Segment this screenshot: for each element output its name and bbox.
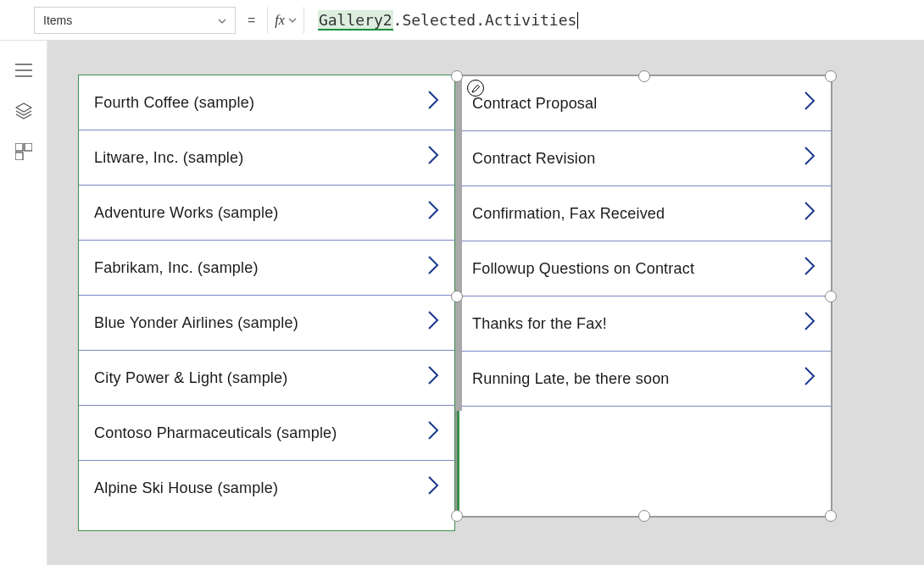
- gallery-activities[interactable]: Contract Proposal Contract Revision Conf…: [455, 75, 832, 518]
- fx-icon: fx: [275, 13, 285, 28]
- formula-bar: Items = fx Gallery2.Selected.Activities: [0, 0, 924, 41]
- list-item-label: Litware, Inc. (sample): [94, 149, 243, 167]
- list-item[interactable]: Contract Revision: [457, 131, 831, 186]
- formula-token: Gallery2: [318, 10, 393, 30]
- chevron-right-icon[interactable]: [804, 256, 815, 282]
- chevron-down-icon: [288, 15, 297, 25]
- list-item-label: Contoso Pharmaceuticals (sample): [94, 424, 337, 442]
- edit-pencil-icon[interactable]: [467, 80, 484, 97]
- svg-rect-1: [25, 143, 32, 151]
- chevron-right-icon[interactable]: [427, 90, 439, 116]
- fx-button[interactable]: fx: [267, 7, 304, 34]
- text-caret: [577, 12, 578, 29]
- chevron-right-icon[interactable]: [804, 311, 815, 337]
- list-item[interactable]: Contract Proposal: [457, 76, 831, 131]
- property-selector-value: Items: [43, 14, 72, 27]
- equals-sign: =: [242, 13, 260, 28]
- chevron-right-icon[interactable]: [804, 366, 815, 392]
- list-item-label: Contract Proposal: [472, 95, 597, 113]
- list-item-label: Fourth Coffee (sample): [94, 94, 254, 112]
- property-selector[interactable]: Items: [34, 7, 236, 34]
- resize-handle[interactable]: [638, 70, 650, 82]
- chevron-right-icon[interactable]: [427, 255, 439, 281]
- list-item-label: Fabrikam, Inc. (sample): [94, 259, 259, 277]
- resize-handle[interactable]: [451, 510, 463, 522]
- list-item-label: Contract Revision: [472, 150, 595, 168]
- resize-handle[interactable]: [638, 510, 650, 522]
- list-item[interactable]: Running Late, be there soon: [457, 352, 831, 407]
- list-item-label: Followup Questions on Contract: [472, 260, 694, 278]
- resize-handle[interactable]: [451, 291, 463, 302]
- chevron-right-icon[interactable]: [427, 475, 439, 501]
- resize-handle[interactable]: [825, 70, 837, 82]
- resize-handle[interactable]: [825, 510, 837, 522]
- canvas[interactable]: Fourth Coffee (sample) Litware, Inc. (sa…: [47, 41, 924, 565]
- list-item[interactable]: Confirmation, Fax Received: [457, 186, 831, 241]
- list-item-label: Running Late, be there soon: [472, 370, 670, 388]
- chevron-right-icon[interactable]: [804, 146, 815, 172]
- svg-rect-0: [15, 143, 23, 151]
- scrollbar-thumb[interactable]: [455, 76, 462, 411]
- list-item-label: Blue Yonder Airlines (sample): [94, 314, 298, 332]
- chevron-right-icon[interactable]: [804, 91, 815, 117]
- list-item-label: Alpine Ski House (sample): [94, 479, 278, 497]
- resize-handle[interactable]: [451, 70, 463, 82]
- list-item[interactable]: Followup Questions on Contract: [457, 241, 831, 296]
- list-item[interactable]: Blue Yonder Airlines (sample): [79, 296, 454, 351]
- chevron-right-icon[interactable]: [804, 201, 815, 227]
- hamburger-icon[interactable]: [14, 61, 33, 80]
- workspace: Fourth Coffee (sample) Litware, Inc. (sa…: [0, 41, 924, 565]
- list-item[interactable]: Adventure Works (sample): [79, 186, 454, 241]
- resize-handle[interactable]: [825, 291, 837, 302]
- chevron-down-icon: [218, 14, 226, 26]
- chevron-right-icon[interactable]: [427, 365, 439, 391]
- list-item[interactable]: Contoso Pharmaceuticals (sample): [79, 406, 454, 461]
- chevron-right-icon[interactable]: [427, 310, 439, 336]
- list-item-label: City Power & Light (sample): [94, 369, 287, 387]
- chevron-right-icon[interactable]: [427, 145, 439, 171]
- list-item[interactable]: Litware, Inc. (sample): [79, 130, 454, 186]
- chevron-right-icon[interactable]: [427, 420, 439, 446]
- list-item[interactable]: Fourth Coffee (sample): [79, 75, 454, 130]
- list-item[interactable]: Alpine Ski House (sample): [79, 461, 454, 516]
- grid-icon[interactable]: [14, 142, 33, 161]
- list-item-label: Confirmation, Fax Received: [472, 205, 665, 223]
- list-item-label: Adventure Works (sample): [94, 204, 279, 222]
- layers-icon[interactable]: [14, 102, 33, 120]
- formula-rest: .Selected.Activities: [393, 11, 577, 29]
- list-item[interactable]: Fabrikam, Inc. (sample): [79, 241, 454, 296]
- list-item-label: Thanks for the Fax!: [472, 315, 607, 333]
- gallery-accounts[interactable]: Fourth Coffee (sample) Litware, Inc. (sa…: [78, 75, 455, 531]
- list-item[interactable]: Thanks for the Fax!: [457, 296, 831, 352]
- formula-input[interactable]: Gallery2.Selected.Activities: [311, 7, 890, 34]
- list-item[interactable]: City Power & Light (sample): [79, 351, 454, 406]
- chevron-right-icon[interactable]: [427, 200, 439, 226]
- left-rail: [0, 41, 47, 565]
- svg-rect-2: [15, 152, 23, 160]
